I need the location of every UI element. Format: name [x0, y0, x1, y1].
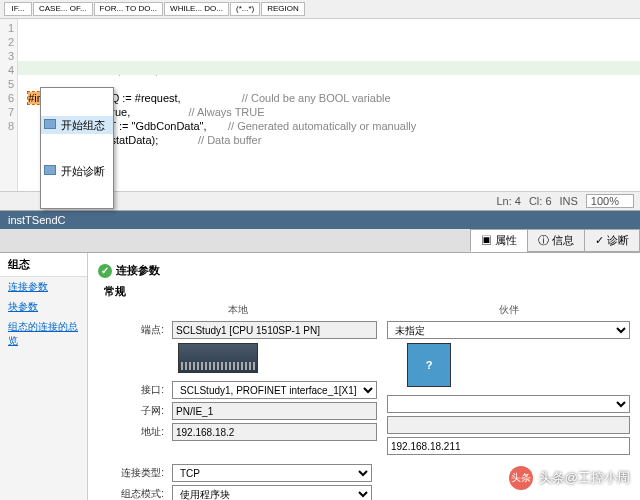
tab-region[interactable]: REGION	[261, 2, 305, 16]
watermark: 头条 头条@工控小周	[509, 466, 630, 490]
partner-address-input[interactable]	[387, 437, 630, 455]
status-col: Cl: 6	[529, 195, 552, 207]
tab-diagnostics[interactable]: ✓ 诊断	[584, 229, 640, 252]
check-icon: ✓	[98, 264, 112, 278]
section-conn-params: ✓连接参数	[98, 263, 630, 278]
zoom-select[interactable]: 100%	[586, 194, 634, 208]
subnet-input[interactable]	[172, 402, 377, 420]
partner-subnet-input[interactable]	[387, 416, 630, 434]
subsection-general: 常规	[104, 284, 630, 299]
watermark-text: 头条@工控小周	[539, 469, 630, 487]
label-connmode: 组态模式:	[98, 487, 168, 500]
col-header-local: 本地	[98, 303, 377, 317]
ctx-start-config[interactable]: 开始组态	[41, 116, 113, 134]
tab-properties[interactable]: ▣ 属性	[470, 229, 528, 252]
property-tabs: ▣ 属性 ⓘ 信息 ✓ 诊断	[0, 229, 640, 253]
connmode-select[interactable]: 使用程序块	[172, 485, 372, 500]
tab-case[interactable]: CASE... OF...	[33, 2, 93, 16]
snippet-tabs: IF... CASE... OF... FOR... TO DO... WHIL…	[0, 0, 640, 19]
conntype-select[interactable]: TCP	[172, 464, 372, 482]
endpoint-input[interactable]	[172, 321, 377, 339]
address-input[interactable]	[172, 423, 377, 441]
context-menu: 开始组态 开始诊断	[40, 87, 114, 209]
line-gutter: 12345678	[0, 19, 18, 191]
status-ins: INS	[560, 195, 578, 207]
interface-select[interactable]: SCLStudy1, PROFINET interface_1[X1]	[172, 381, 377, 399]
config-icon	[44, 119, 56, 129]
panel-title: instTSendC	[0, 211, 640, 229]
sidebar-conn-overview[interactable]: 组态的连接的总览	[0, 317, 87, 351]
line-highlight	[18, 61, 640, 75]
label-endpoint: 端点:	[98, 323, 168, 337]
sidebar-block-params[interactable]: 块参数	[0, 297, 87, 317]
sidebar: 组态 连接参数 块参数 组态的连接的总览	[0, 253, 88, 500]
local-device-image	[178, 343, 258, 373]
diag-icon	[44, 165, 56, 175]
label-address: 地址:	[98, 425, 168, 439]
status-line: Ln: 4	[496, 195, 520, 207]
sidebar-conn-params[interactable]: 连接参数	[0, 277, 87, 297]
tab-if[interactable]: IF...	[4, 2, 32, 16]
tab-comment[interactable]: (*...*)	[230, 2, 260, 16]
label-conntype: 连接类型:	[98, 466, 168, 480]
sidebar-tab-config[interactable]: 组态	[0, 253, 87, 277]
col-header-partner: 伙伴	[387, 303, 630, 317]
partner-iface-select[interactable]	[387, 395, 630, 413]
tab-info[interactable]: ⓘ 信息	[527, 229, 585, 252]
tab-for[interactable]: FOR... TO DO...	[94, 2, 164, 16]
partner-select[interactable]: 未指定	[387, 321, 630, 339]
label-subnet: 子网:	[98, 404, 168, 418]
tab-while[interactable]: WHILE... DO...	[164, 2, 229, 16]
watermark-icon: 头条	[509, 466, 533, 490]
code-editor[interactable]: 12345678 #statData := 'Hello, World'; //…	[0, 19, 640, 191]
content-panel: ✓连接参数 常规 本地 端点: 接口:SCLStudy1, PROFINET i…	[88, 253, 640, 500]
label-interface: 接口:	[98, 383, 168, 397]
partner-device-image: ?	[407, 343, 451, 387]
ctx-start-diag[interactable]: 开始诊断	[41, 162, 113, 180]
